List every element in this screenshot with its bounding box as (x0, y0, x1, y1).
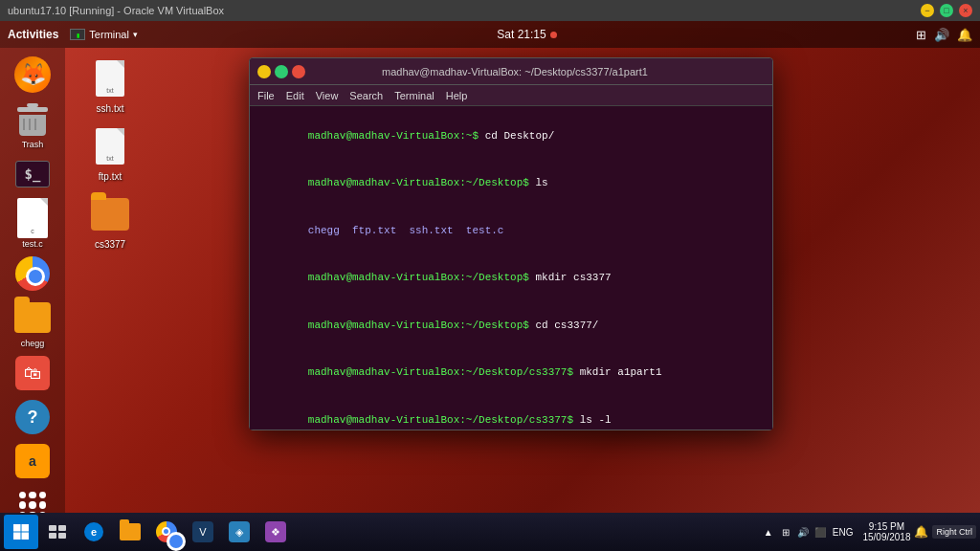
svg-rect-7 (58, 533, 66, 539)
action-center-icon[interactable]: 🔔 (913, 524, 928, 540)
dock-item-testc[interactable]: c test.c (4, 199, 61, 249)
vm-title-text: ubuntu17.10 [Running] - Oracle VM Virtua… (8, 5, 224, 16)
tray-icon-1[interactable]: ▲ (761, 524, 776, 540)
system-clock[interactable]: 9:15 PM 15/09/2018 (862, 521, 910, 542)
terminal-menu-view[interactable]: View (316, 90, 339, 101)
terminal-label: Terminal (89, 29, 129, 40)
edge-icon: e (84, 522, 103, 541)
cs3377-folder-icon (91, 191, 129, 237)
vm-minimize-button[interactable]: − (921, 4, 934, 17)
taskbar-right: ▲ ⊞ 🔊 ⬛ ENG 9:15 PM 15/09/2018 🔔 Right C… (761, 521, 976, 542)
vm-maximize-button[interactable]: □ (940, 4, 953, 17)
trash-icon (13, 99, 52, 138)
task-view-button[interactable] (40, 515, 75, 549)
tray-battery-icon[interactable]: ⬛ (813, 524, 828, 540)
notifications-icon[interactable]: 🔔 (957, 28, 972, 42)
virtualbox-button[interactable]: V (186, 515, 220, 549)
notification-icons: ▲ ⊞ 🔊 ⬛ ENG (761, 524, 857, 540)
ftptxt-label: ftp.txt (99, 171, 122, 182)
desktop-file-cs3377[interactable]: cs3377 (77, 191, 144, 250)
recording-indicator (550, 32, 557, 38)
dock-item-chromium[interactable] (4, 254, 61, 293)
chrome-icon (156, 521, 177, 542)
top-panel: Activities ▮ Terminal ▾ Sat 21:15 ⊞ 🔊 🔔 (0, 21, 980, 48)
ubuntu-desktop: Activities ▮ Terminal ▾ Sat 21:15 ⊞ 🔊 🔔 (0, 21, 980, 513)
sshtxt-icon: txt (91, 55, 129, 101)
virtualbox-icon: V (192, 521, 213, 542)
desktop-file-sshtxt[interactable]: txt ssh.txt (77, 55, 144, 114)
right-ctrl-label: Right Ctrl (932, 525, 976, 539)
term-line-5: madhav@madhav-VirtualBox:~/Desktop$ cd c… (257, 301, 765, 349)
svg-rect-2 (13, 533, 21, 540)
dock-item-software[interactable]: 🛍 (4, 354, 61, 392)
app-grid-icon (13, 486, 52, 513)
desktop-files: txt ssh.txt txt ftp.txt cs3377 (77, 55, 144, 250)
terminal-menubar: File Edit View Search Terminal Help (250, 85, 772, 106)
clock-time: 9:15 PM (869, 521, 904, 532)
software-center-icon: 🛍 (13, 354, 52, 392)
amazon-icon: a (13, 442, 52, 480)
tray-lang-label[interactable]: ENG (830, 527, 857, 538)
tray-volume-icon[interactable]: 🔊 (795, 524, 811, 540)
extra-app-icon-1: ◈ (229, 521, 250, 542)
term-line-4: madhav@madhav-VirtualBox:~/Desktop$ mkdi… (257, 254, 765, 302)
terminal-content[interactable]: madhav@madhav-VirtualBox:~$ cd Desktop/ … (250, 106, 772, 430)
trash-label: Trash (22, 140, 44, 149)
tray-network-icon[interactable]: ⊞ (778, 524, 793, 540)
top-panel-clock[interactable]: Sat 21:15 (497, 28, 556, 41)
taskbar-left: e V ◈ ❖ (4, 515, 293, 549)
terminal-maximize-button[interactable] (275, 65, 288, 78)
cs3377-label: cs3377 (95, 239, 125, 250)
clock-text: Sat 21:15 (497, 28, 546, 41)
clock-date: 15/09/2018 (862, 532, 910, 542)
activities-button[interactable]: Activities (8, 28, 58, 41)
terminal-menu-edit[interactable]: Edit (286, 90, 304, 101)
terminal-taskbar-button[interactable]: ▮ Terminal ▾ (70, 29, 138, 40)
terminal-titlebar: madhav@madhav-VirtualBox: ~/Desktop/cs33… (250, 58, 772, 85)
dock-item-appgrid[interactable] (4, 486, 61, 513)
chegg-folder-icon (13, 298, 52, 337)
extra-app-button-2[interactable]: ❖ (258, 515, 293, 549)
svg-rect-4 (49, 525, 56, 531)
edge-button[interactable]: e (77, 515, 111, 549)
file-explorer-icon (120, 523, 141, 540)
volume-icon[interactable]: 🔊 (934, 28, 949, 42)
dock-item-firefox[interactable] (4, 55, 61, 94)
terminal-menu-search[interactable]: Search (349, 90, 383, 101)
task-view-icon (49, 525, 66, 539)
terminal-minimize-button[interactable] (257, 65, 271, 78)
start-button[interactable] (4, 515, 38, 549)
file-explorer-button[interactable] (113, 515, 147, 549)
extra-app-icon-2: ❖ (265, 521, 286, 542)
dock-item-terminal[interactable]: $_ (4, 155, 61, 193)
dock-item-trash[interactable]: Trash (4, 99, 61, 149)
svg-rect-6 (49, 533, 56, 539)
vm-close-button[interactable]: × (959, 4, 972, 17)
terminal-title: madhav@madhav-VirtualBox: ~/Desktop/cs33… (305, 66, 724, 77)
term-line-3: chegg ftp.txt ssh.txt test.c (257, 207, 765, 254)
dock-item-amazon[interactable]: a (4, 442, 61, 480)
network-icon[interactable]: ⊞ (916, 28, 926, 42)
terminal-menu-help[interactable]: Help (446, 90, 468, 101)
term-line-2: madhav@madhav-VirtualBox:~/Desktop$ ls (257, 160, 765, 208)
desktop-file-ftptxt[interactable]: txt ftp.txt (77, 123, 144, 182)
svg-rect-3 (22, 533, 30, 540)
term-line-7: madhav@madhav-VirtualBox:~/Desktop/cs337… (257, 396, 765, 430)
extra-app-button-1[interactable]: ◈ (222, 515, 256, 549)
windows-taskbar: e V ◈ ❖ ▲ ⊞ (0, 513, 980, 551)
terminal-close-button[interactable] (292, 65, 305, 78)
terminal-small-icon: ▮ (70, 29, 85, 40)
svg-rect-5 (58, 525, 66, 531)
system-tray: ▲ ⊞ 🔊 ⬛ ENG 9:15 PM 15/09/2018 🔔 (761, 521, 929, 542)
terminal-menu-file[interactable]: File (257, 90, 275, 101)
dock-item-chegg[interactable]: chegg (4, 298, 61, 348)
firefox-icon (13, 55, 52, 94)
chegg-label: chegg (21, 339, 45, 348)
chrome-button[interactable] (149, 515, 184, 549)
dock-item-help[interactable]: ? (4, 398, 61, 436)
vm-titlebar: ubuntu17.10 [Running] - Oracle VM Virtua… (0, 0, 980, 21)
vm-window-controls: − □ × (921, 4, 972, 17)
ftptxt-icon: txt (91, 123, 129, 169)
terminal-menu-terminal[interactable]: Terminal (394, 90, 434, 101)
term-line-1: madhav@madhav-VirtualBox:~$ cd Desktop/ (257, 112, 765, 160)
